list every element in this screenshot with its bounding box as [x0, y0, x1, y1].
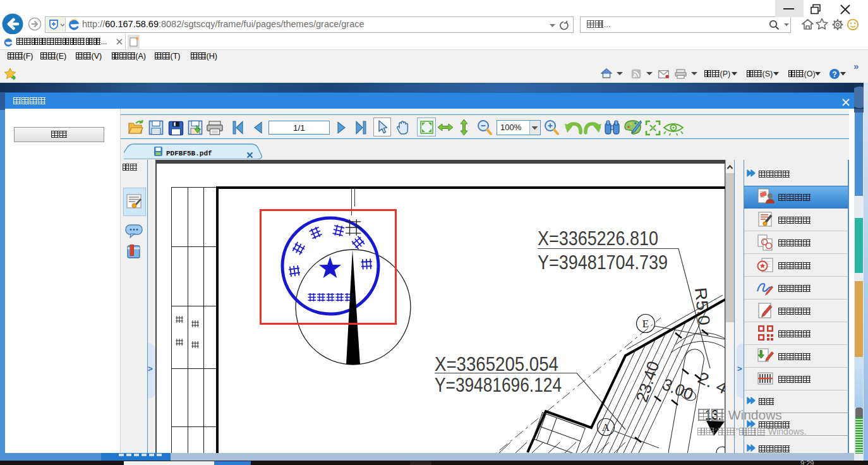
- svg-text:Y=39481704.739: Y=39481704.739: [538, 251, 668, 274]
- svg-text:?: ?: [832, 70, 836, 79]
- svg-text:R5.0: R5.0: [691, 286, 714, 326]
- svg-text:X=3365205.054: X=3365205.054: [435, 353, 558, 375]
- svg-text:Y=39481696.124: Y=39481696.124: [435, 374, 562, 396]
- svg-text:X=3365226.810: X=3365226.810: [538, 227, 658, 250]
- svg-text:A: A: [602, 421, 610, 433]
- svg-text:E: E: [642, 318, 649, 330]
